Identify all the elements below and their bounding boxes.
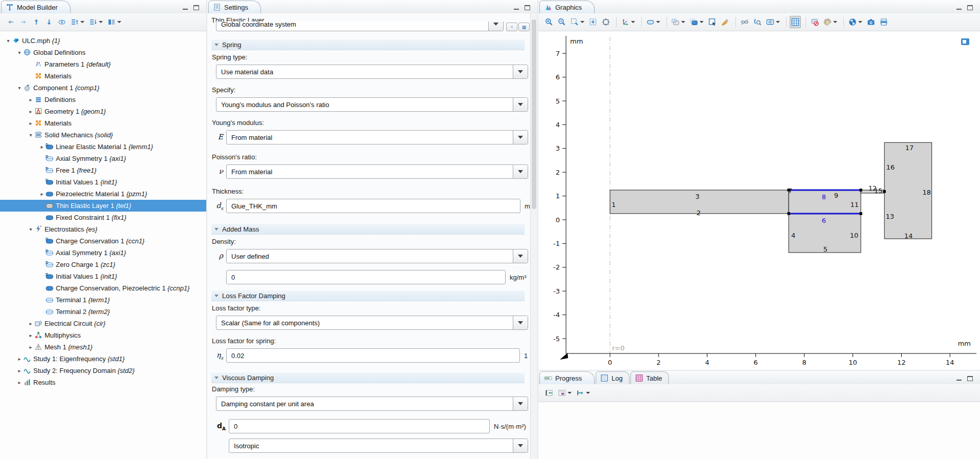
minimize-button[interactable] [956,376,962,381]
expand-arrow-icon[interactable]: ▸ [16,380,23,385]
section-header-spring[interactable]: Spring [211,39,525,50]
tree-item-global-definitions[interactable]: ▾Global Definitions [0,47,206,58]
expand-arrow-icon[interactable]: ▸ [16,356,23,362]
tree-item-materials[interactable]: Materials [0,70,206,82]
field-action-1-button[interactable]: ⌗ [506,23,517,31]
scrollbar-thumb[interactable] [532,19,536,209]
tree-item-mesh-1[interactable]: ▸Mesh 1 {mesh1} [0,341,206,353]
zoom-in-button[interactable] [543,16,555,28]
minimize-button[interactable] [956,5,962,10]
chevron-down-icon[interactable] [700,21,704,23]
select-region-button[interactable] [707,16,718,28]
select-box-button[interactable] [670,16,687,28]
tree-item-electrostatics[interactable]: ▾Electrostatics {es} [0,223,206,235]
dropdown-button[interactable] [513,65,528,78]
zoom-out-button[interactable] [556,16,568,28]
expand-arrow-icon[interactable]: ▸ [28,120,34,126]
tree-item-terminal-1[interactable]: Terminal 1 {term1} [0,294,206,306]
expand-arrow-icon[interactable]: ▸ [28,109,34,114]
collapse-arrow-icon[interactable]: ▾ [5,38,11,44]
select-poissons[interactable]: From material [226,164,528,179]
progress-dock-button[interactable] [543,387,555,399]
settings-scrollbar[interactable] [530,13,537,459]
chevron-down-icon[interactable] [776,21,780,23]
tab-table[interactable]: Table [630,371,669,384]
tree-item-piezoelectric-material-1[interactable]: ▸Piezoelectric Material 1 {pzm1} [0,188,206,200]
model-tree-columns-button[interactable] [106,16,123,28]
chevron-down-icon[interactable] [656,21,660,23]
deselect-brush-button[interactable] [720,16,731,28]
select-attached-button[interactable] [688,16,705,28]
remove-plot-button[interactable] [809,16,820,28]
tree-item-linear-elastic-material-1[interactable]: ▸DLinear Elastic Material 1 {lemm1} [0,141,206,153]
chevron-down-icon[interactable] [80,21,84,23]
tree-item-axial-symmetry-1[interactable]: DAxial Symmetry 1 {axi1} [0,153,206,164]
input-damping-value[interactable]: 0 [229,419,490,433]
tree-item-results[interactable]: ▸Results [0,377,206,388]
select-damping-iso[interactable]: Isotropic [229,439,528,453]
hide-objects-button[interactable] [739,16,750,28]
tree-item-zero-charge-1[interactable]: DZero Charge 1 {zc1} [0,259,206,270]
chevron-down-icon[interactable] [117,21,121,23]
tree-item-charge-conservation-piezoelectric-1[interactable]: Charge Conservation, Piezoelectric 1 {cc… [0,282,206,294]
dropdown-button[interactable] [513,249,528,263]
tree-item-axial-symmetry-1[interactable]: DAxial Symmetry 1 {axi1} [0,247,206,259]
view-visibility-button[interactable] [765,16,781,28]
chevron-down-icon[interactable] [858,21,862,23]
show-node-button[interactable] [56,16,68,28]
input-thickness[interactable]: Glue_THK_mm [226,199,520,213]
print-button[interactable] [878,16,889,28]
zoom-box-button[interactable] [569,16,586,28]
tree-item-component-1[interactable]: ▾Component 1 {comp1} [0,82,206,94]
nav-back-button[interactable] [5,16,16,28]
dropdown-button[interactable] [513,98,528,111]
input-density-value[interactable]: 0 [226,270,506,284]
tree-item-terminal-2[interactable]: Terminal 2 {term2} [0,306,206,318]
tree-item-definitions[interactable]: ▸Definitions [0,94,206,106]
tree-item-electrical-circuit[interactable]: ▸Electrical Circuit {cir} [0,318,206,329]
collapse-arrow-icon[interactable]: ▾ [28,226,34,232]
default-view-button[interactable] [620,16,637,28]
tab-log[interactable]: Log [596,371,629,384]
progress-detail-button[interactable] [556,387,573,399]
tab-graphics[interactable]: Graphics [539,1,595,13]
chevron-down-icon[interactable] [568,392,572,394]
maximize-button[interactable] [525,5,530,10]
field-action-2-button[interactable]: ▦ [518,23,530,31]
maximize-button[interactable] [193,5,199,10]
dropdown-button[interactable] [513,397,528,410]
expand-arrow-icon[interactable]: ▸ [39,191,45,197]
expand-arrow-icon[interactable]: ▸ [28,321,34,326]
expand-all-button[interactable] [69,16,86,28]
input-loss-spring[interactable]: 0.02 [226,348,520,363]
zoom-selected-button[interactable] [600,16,612,28]
tree-item-solid-mechanics[interactable]: ▾Solid Mechanics {solid} [0,129,206,141]
collapse-arrow-icon[interactable]: ▾ [16,85,23,91]
tree-item-thin-elastic-layer-1[interactable]: Thin Elastic Layer 1 {tel1} [0,200,206,212]
dropdown-button[interactable] [513,165,528,178]
move-up-button[interactable] [31,16,42,28]
select-youngs[interactable]: From material [226,130,528,144]
tree-item-materials[interactable]: ▸Materials [0,117,206,129]
grid-button[interactable] [790,16,801,28]
zoom-extents-button[interactable] [587,16,599,28]
tree-item-initial-values-1[interactable]: DInitial Values 1 {init1} [0,176,206,188]
nav-forward-button[interactable] [18,16,29,28]
boundary-mode-button[interactable] [645,16,662,28]
chevron-down-icon[interactable] [833,21,837,23]
maximize-button[interactable] [967,376,973,381]
expand-arrow-icon[interactable]: ▸ [16,368,23,373]
tree-item-multiphysics[interactable]: ▸Multiphysics [0,329,206,341]
coordinate-system-select[interactable]: Global coordinate system [216,22,504,33]
collapse-arrow-icon[interactable]: ▾ [28,132,34,138]
tree-item-fixed-constraint-1[interactable]: Fixed Constraint 1 {fix1} [0,212,206,223]
select-specify[interactable]: Young's modulus and Poisson's ratio [216,97,528,112]
chevron-down-icon[interactable] [681,21,685,23]
maximize-button[interactable] [967,5,973,10]
dropdown-button[interactable] [488,22,503,31]
expand-arrow-icon[interactable]: ▸ [28,97,34,102]
plot-canvas[interactable]: 1327891112156410517161813140246810121476… [538,32,980,370]
reset-hiding-button[interactable] [752,16,763,28]
tree-item-ulc.mph[interactable]: ▾ULC.mph {1} [0,35,206,47]
dropdown-button[interactable] [513,316,528,329]
